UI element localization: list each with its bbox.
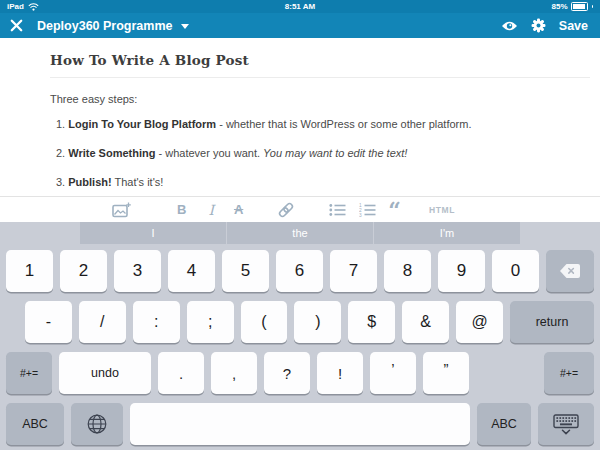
key-semicolon[interactable]: ; <box>187 301 234 343</box>
return-key[interactable]: return <box>510 301 594 343</box>
key-2[interactable]: 2 <box>60 250 107 292</box>
list-item[interactable]: 3. Publish! That's it's! <box>56 176 590 190</box>
list-item-bold: Write Something <box>68 147 155 159</box>
list-item-bold: Publish! <box>68 176 111 188</box>
svg-text:3: 3 <box>359 212 362 216</box>
nav-bar: Deploy360 Programme <box>0 13 600 38</box>
html-icon[interactable]: HTML <box>429 205 455 215</box>
title-divider <box>50 77 590 78</box>
abc-key-right[interactable]: ABC <box>477 403 531 445</box>
key-apostrophe[interactable]: ’ <box>370 352 416 394</box>
suggestion-3[interactable]: I'm <box>374 222 520 244</box>
list-number: 2. <box>56 147 65 159</box>
spacebar-key[interactable] <box>130 403 470 445</box>
key-period[interactable]: . <box>158 352 204 394</box>
key-paren-close[interactable]: ) <box>294 301 341 343</box>
key-comma[interactable]: , <box>211 352 257 394</box>
key-1[interactable]: 1 <box>6 250 53 292</box>
dismiss-keyboard-key[interactable] <box>538 403 594 445</box>
post-title[interactable]: How To Write A Blog Post <box>50 52 590 68</box>
format-toolbar: B I A 1 2 3 <box>0 196 600 222</box>
undo-key[interactable]: undo <box>59 352 151 394</box>
list-item-italic: You may want to edit the text! <box>263 147 407 159</box>
list-item-text: - whatever you want. <box>155 147 263 159</box>
onscreen-keyboard: 1 2 3 4 5 6 7 8 9 0 - / : ; ( ) $ <box>0 244 600 450</box>
list-item[interactable]: 1. Login To Your Blog Platform - whether… <box>56 118 590 132</box>
symbols-toggle-key-left[interactable]: #+= <box>6 352 52 394</box>
dismiss-keyboard-icon <box>553 414 579 435</box>
bullet-list-icon[interactable] <box>329 203 346 217</box>
key-ampersand[interactable]: & <box>402 301 449 343</box>
list-number: 1. <box>56 118 65 130</box>
list-item-text: That's it's! <box>112 176 164 188</box>
key-at[interactable]: @ <box>456 301 503 343</box>
key-question[interactable]: ? <box>264 352 310 394</box>
key-paren-open[interactable]: ( <box>241 301 288 343</box>
key-slash[interactable]: / <box>79 301 126 343</box>
list-item[interactable]: 2. Write Something - whatever you want. … <box>56 147 590 161</box>
key-quote[interactable]: ” <box>423 352 469 394</box>
battery-icon <box>571 2 588 11</box>
list-item-text: - whether that is WordPress or some othe… <box>216 118 471 130</box>
symbols-toggle-key-right[interactable]: #+= <box>544 352 594 394</box>
backspace-icon <box>559 263 581 279</box>
globe-key[interactable] <box>71 403 123 445</box>
key-colon[interactable]: : <box>133 301 180 343</box>
status-bar: iPad 8:51 AM 85% <box>0 0 600 13</box>
suggestion-2[interactable]: the <box>227 222 373 244</box>
preview-eye-icon[interactable] <box>501 20 518 32</box>
key-dash[interactable]: - <box>25 301 72 343</box>
key-dollar[interactable]: $ <box>348 301 395 343</box>
clock: 8:51 AM <box>87 2 513 11</box>
abc-key-left[interactable]: ABC <box>6 403 64 445</box>
keyboard-row-symbols: - / : ; ( ) $ & @ return <box>0 296 600 347</box>
battery-nub <box>592 5 594 8</box>
wifi-icon <box>28 3 39 11</box>
intro-text[interactable]: Three easy steps: <box>50 93 590 105</box>
link-icon[interactable] <box>277 201 295 219</box>
key-8[interactable]: 8 <box>384 250 431 292</box>
suggestion-bar: I the I'm <box>0 222 600 244</box>
list-item-bold: Login To Your Blog Platform <box>68 118 216 130</box>
keyboard-row-bottom: ABC ABC <box>0 398 600 449</box>
editor-content[interactable]: How To Write A Blog Post Three easy step… <box>0 38 600 196</box>
blockquote-icon[interactable]: “ <box>388 203 401 217</box>
globe-icon <box>86 413 108 435</box>
settings-gear-icon[interactable] <box>531 18 546 33</box>
key-5[interactable]: 5 <box>222 250 269 292</box>
keyboard-row-punctuation: #+= undo . , ? ! ’ ” #+= <box>0 347 600 398</box>
list-number: 3. <box>56 176 65 188</box>
key-7[interactable]: 7 <box>330 250 377 292</box>
site-switcher[interactable]: Deploy360 Programme <box>37 19 501 33</box>
device-label: iPad <box>7 2 24 11</box>
key-exclaim[interactable]: ! <box>317 352 363 394</box>
ipad-screen: iPad 8:51 AM 85% Deploy360 Programme <box>0 0 600 450</box>
backspace-key[interactable] <box>546 250 594 292</box>
numbered-list-icon[interactable]: 1 2 3 <box>359 203 376 217</box>
insert-image-icon[interactable] <box>112 202 131 218</box>
save-button[interactable]: Save <box>559 19 588 33</box>
caret-down-icon <box>181 24 189 29</box>
key-3[interactable]: 3 <box>114 250 161 292</box>
battery-percent: 85% <box>551 2 567 11</box>
key-6[interactable]: 6 <box>276 250 323 292</box>
site-title: Deploy360 Programme <box>37 19 172 33</box>
strikethrough-icon[interactable]: A <box>234 202 243 217</box>
suggestion-1[interactable]: I <box>80 222 226 244</box>
key-0[interactable]: 0 <box>492 250 539 292</box>
bold-icon[interactable]: B <box>177 202 186 217</box>
keyboard-row-numbers: 1 2 3 4 5 6 7 8 9 0 <box>0 245 600 296</box>
key-9[interactable]: 9 <box>438 250 485 292</box>
key-4[interactable]: 4 <box>168 250 215 292</box>
italic-icon[interactable]: I <box>208 202 214 218</box>
close-icon[interactable] <box>10 19 23 32</box>
